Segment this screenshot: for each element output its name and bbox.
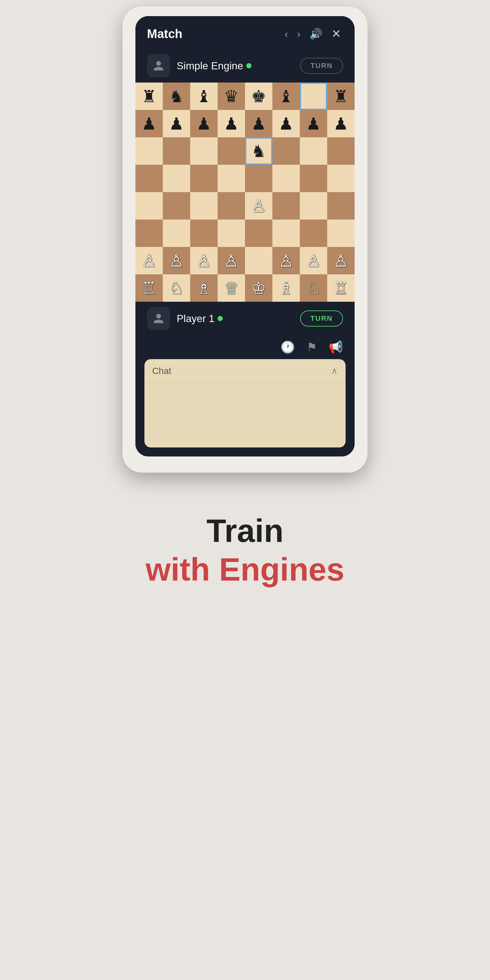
board-cell[interactable]: ♟: [272, 110, 300, 137]
board-cell[interactable]: [163, 192, 190, 220]
board-cell[interactable]: [300, 137, 327, 165]
white-piece: ♕: [224, 280, 239, 297]
chat-toggle-icon[interactable]: ∧: [331, 366, 338, 376]
board-cell[interactable]: ♗: [190, 274, 218, 302]
board-cell[interactable]: [272, 220, 300, 247]
board-cell[interactable]: [218, 192, 245, 220]
board-cell[interactable]: [272, 165, 300, 192]
clock-icon[interactable]: 🕐: [280, 340, 295, 354]
white-piece: ♔: [251, 280, 266, 297]
black-piece: ♛: [224, 88, 239, 105]
board-cell[interactable]: ♟: [218, 110, 245, 137]
engine-turn-button[interactable]: TURN: [300, 58, 343, 74]
board-cell[interactable]: [218, 137, 245, 165]
board-cell[interactable]: [163, 165, 190, 192]
board-cell[interactable]: [135, 137, 163, 165]
board-cell[interactable]: ♟: [327, 110, 355, 137]
board-cell[interactable]: ♕: [218, 274, 245, 302]
board-cell[interactable]: [272, 192, 300, 220]
board-cell[interactable]: ♛: [218, 83, 245, 110]
black-piece: ♟: [196, 115, 212, 132]
board-cell[interactable]: ♙: [245, 192, 272, 220]
board-cell[interactable]: [190, 192, 218, 220]
human-turn-button[interactable]: TURN: [300, 310, 343, 326]
engine-avatar: [147, 54, 170, 77]
board-cell[interactable]: ♗: [272, 274, 300, 302]
board-cell[interactable]: [327, 220, 355, 247]
forward-button[interactable]: ›: [295, 26, 302, 42]
board-cell[interactable]: ♘: [163, 274, 190, 302]
human-online-indicator: [218, 316, 223, 321]
board-cell[interactable]: [135, 165, 163, 192]
board-cell[interactable]: ♞: [163, 83, 190, 110]
board-cell[interactable]: [245, 247, 272, 274]
board-cell[interactable]: ♖: [135, 274, 163, 302]
board-cell[interactable]: [135, 192, 163, 220]
white-piece: ♙: [333, 252, 348, 269]
white-piece: ♙: [142, 252, 157, 269]
white-piece: ♙: [224, 252, 239, 269]
board-cell[interactable]: [300, 165, 327, 192]
board-cell[interactable]: [218, 220, 245, 247]
board-cell[interactable]: ♔: [245, 274, 272, 302]
board-cell[interactable]: ♙: [218, 247, 245, 274]
board-cell[interactable]: [300, 192, 327, 220]
board-cell[interactable]: ♙: [327, 247, 355, 274]
board-cell[interactable]: ♟: [163, 110, 190, 137]
board-cell[interactable]: ♜: [135, 83, 163, 110]
board-cell[interactable]: ♘: [300, 274, 327, 302]
board-cell[interactable]: [163, 137, 190, 165]
board-cell[interactable]: [327, 137, 355, 165]
board-cell[interactable]: ♙: [163, 247, 190, 274]
black-piece: ♝: [278, 88, 294, 105]
board-cell[interactable]: [190, 220, 218, 247]
phone-container: Match ‹ › 🔊 ✕ Simple Engine TURN ♜♞♝♛♚♝♜…: [123, 6, 368, 473]
white-piece: ♖: [142, 280, 157, 297]
board-cell[interactable]: ♝: [190, 83, 218, 110]
chat-label: Chat: [152, 366, 171, 376]
board-cell[interactable]: ♞: [245, 137, 272, 165]
board-cell[interactable]: ♜: [327, 83, 355, 110]
board-cell[interactable]: ♟: [300, 110, 327, 137]
black-piece: ♞: [169, 88, 184, 105]
board-cell[interactable]: ♙: [272, 247, 300, 274]
volume-button[interactable]: 🔊: [307, 26, 324, 42]
black-piece: ♝: [196, 88, 212, 105]
board-cell[interactable]: ♖: [327, 274, 355, 302]
black-piece: ♟: [251, 115, 266, 132]
board-cell[interactable]: ♟: [245, 110, 272, 137]
human-player-row: Player 1 TURN: [135, 302, 355, 335]
board-cell[interactable]: [272, 137, 300, 165]
board-cell[interactable]: [190, 165, 218, 192]
train-subtitle: with Engines: [146, 550, 345, 589]
board-cell[interactable]: ♝: [272, 83, 300, 110]
board-cell[interactable]: [190, 137, 218, 165]
close-button[interactable]: ✕: [329, 25, 343, 43]
board-cell[interactable]: [300, 83, 327, 110]
speaker-icon[interactable]: 📢: [328, 340, 343, 354]
board-cell[interactable]: [327, 192, 355, 220]
board-cell[interactable]: [245, 220, 272, 247]
board-cell[interactable]: ♟: [135, 110, 163, 137]
match-title: Match: [147, 27, 278, 41]
board-cell[interactable]: [300, 220, 327, 247]
board-cell[interactable]: [245, 165, 272, 192]
board-cell[interactable]: [327, 165, 355, 192]
board-cell[interactable]: ♟: [190, 110, 218, 137]
chess-board[interactable]: ♜♞♝♛♚♝♜♟♟♟♟♟♟♟♟♞♙♙♙♙♙♙♙♙♖♘♗♕♔♗♘♖: [135, 83, 355, 302]
board-cell[interactable]: ♙: [190, 247, 218, 274]
flag-icon[interactable]: ⚑: [307, 340, 317, 354]
board-cell[interactable]: [218, 165, 245, 192]
back-button[interactable]: ‹: [283, 26, 290, 42]
white-piece: ♙: [196, 252, 212, 269]
chat-header[interactable]: Chat ∧: [145, 359, 345, 383]
white-piece: ♗: [278, 280, 294, 297]
board-cell[interactable]: ♙: [300, 247, 327, 274]
board-cell[interactable]: [163, 220, 190, 247]
human-name: Player 1: [177, 313, 294, 325]
black-piece: ♜: [142, 88, 157, 105]
engine-name: Simple Engine: [177, 60, 294, 72]
board-cell[interactable]: [135, 220, 163, 247]
board-cell[interactable]: ♚: [245, 83, 272, 110]
board-cell[interactable]: ♙: [135, 247, 163, 274]
